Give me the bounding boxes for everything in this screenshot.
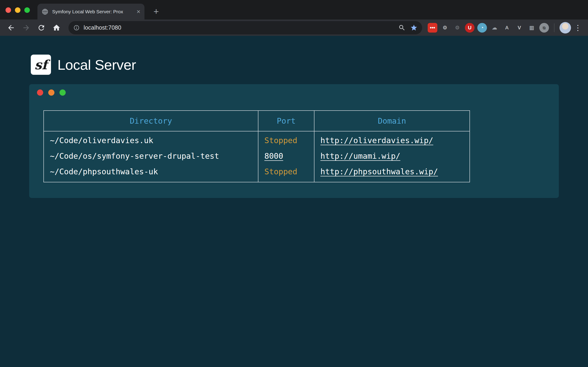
- profile-avatar[interactable]: [560, 22, 571, 33]
- extension-icon-cloud[interactable]: ☁: [490, 23, 499, 33]
- window-minimize-button[interactable]: [15, 7, 20, 13]
- terminal-window-dots: [29, 90, 559, 96]
- table-row: ~/Code/oliverdavies.uk Stopped http://ol…: [44, 131, 470, 148]
- port-status-stopped: Stopped: [264, 167, 297, 176]
- column-header-directory: Directory: [44, 110, 258, 131]
- address-bar[interactable]: localhost:7080: [69, 21, 422, 34]
- directory-cell: ~/Code/oliverdavies.uk: [44, 131, 258, 148]
- page-header: sf Local Server: [0, 36, 588, 75]
- symfony-logo-text: sf: [35, 57, 47, 72]
- browser-tab-active[interactable]: Symfony Local Web Server: Prox ×: [37, 4, 145, 19]
- extension-icon-blue-circle[interactable]: ◔: [477, 23, 487, 33]
- table-header-row: Directory Port Domain: [44, 110, 470, 131]
- tab-close-icon[interactable]: ×: [137, 8, 140, 15]
- reload-button[interactable]: [35, 21, 48, 34]
- window-controls: [6, 7, 30, 13]
- extension-icon-ublock[interactable]: U: [465, 23, 475, 33]
- zoom-icon[interactable]: [398, 24, 406, 31]
- back-button[interactable]: [5, 21, 17, 34]
- port-status-stopped: Stopped: [264, 136, 297, 145]
- browser-toolbar: localhost:7080 ••• ⚙ ⚙ U ◔ ☁ A V ▥ ᴓ: [0, 19, 588, 36]
- directory-cell: ~/Code/phpsouthwales-uk: [44, 164, 258, 182]
- tab-title: Symfony Local Web Server: Prox: [52, 9, 134, 15]
- tab-favicon-globe-icon: [42, 8, 48, 15]
- column-header-port: Port: [258, 110, 314, 131]
- domain-link[interactable]: http://oliverdavies.wip/: [320, 136, 433, 145]
- servers-table: Directory Port Domain ~/Code/oliverdavie…: [43, 110, 470, 182]
- window-close-button[interactable]: [6, 7, 11, 13]
- extension-icon-gear-light[interactable]: ⚙: [440, 23, 450, 33]
- directory-cell: ~/Code/os/symfony-server-drupal-test: [44, 148, 258, 164]
- page-content: sf Local Server Directory Port Domain: [0, 36, 588, 367]
- browser-menu-icon[interactable]: ⋮: [573, 23, 582, 32]
- symfony-logo: sf: [31, 55, 51, 75]
- site-info-icon[interactable]: [73, 24, 80, 31]
- port-link[interactable]: 8000: [264, 151, 283, 161]
- browser-chrome: Symfony Local Web Server: Prox × +: [0, 0, 588, 36]
- server-terminal-card: Directory Port Domain ~/Code/oliverdavie…: [29, 84, 559, 198]
- screen: Symfony Local Web Server: Prox × +: [0, 0, 588, 367]
- terminal-dot-orange-icon: [48, 90, 54, 96]
- tab-strip: Symfony Local Web Server: Prox × +: [0, 0, 588, 19]
- home-button[interactable]: [50, 21, 63, 34]
- table-row: ~/Code/phpsouthwales-uk Stopped http://p…: [44, 164, 470, 182]
- url-text[interactable]: localhost:7080: [84, 24, 394, 31]
- terminal-dot-red-icon: [37, 90, 43, 96]
- bookmark-star-icon[interactable]: [410, 24, 418, 31]
- domain-link[interactable]: http://umami.wip/: [320, 151, 400, 161]
- extension-icon-letter-v[interactable]: V: [515, 23, 524, 33]
- extension-icon-red-dots[interactable]: •••: [428, 23, 437, 33]
- toolbar-divider: [554, 23, 554, 32]
- extension-icon-grid[interactable]: ▥: [527, 23, 536, 33]
- extension-icon-letter-a[interactable]: A: [502, 23, 512, 33]
- terminal-dot-green-icon: [60, 90, 66, 96]
- table-row: ~/Code/os/symfony-server-drupal-test 800…: [44, 148, 470, 164]
- extension-icon-gear-dark[interactable]: ⚙: [452, 23, 462, 33]
- extension-icon-octocat[interactable]: ᴓ: [539, 23, 549, 33]
- domain-link[interactable]: http://phpsouthwales.wip/: [320, 167, 438, 176]
- column-header-domain: Domain: [314, 110, 470, 131]
- extensions-area: ••• ⚙ ⚙ U ◔ ☁ A V ▥ ᴓ: [428, 23, 549, 33]
- forward-button[interactable]: [20, 21, 33, 34]
- page-title: Local Server: [57, 57, 136, 73]
- new-tab-button[interactable]: +: [150, 5, 163, 18]
- window-zoom-button[interactable]: [24, 7, 30, 13]
